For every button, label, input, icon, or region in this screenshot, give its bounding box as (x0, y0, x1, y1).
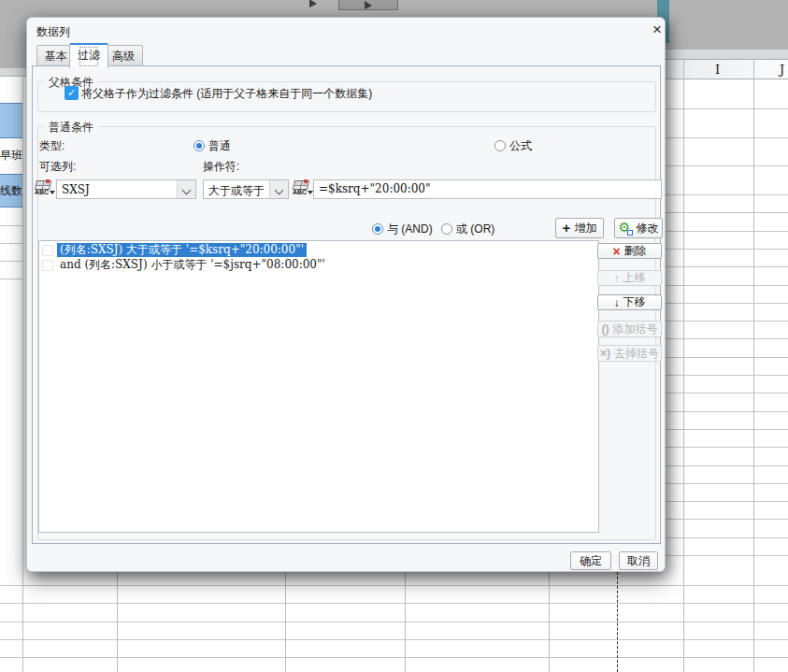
move-down-button[interactable]: ↓ 下移 (597, 294, 662, 310)
operator-select-value: 大于或等于 (208, 183, 265, 199)
toolbar-icon[interactable] (309, 0, 318, 8)
type-label: 类型: (39, 138, 64, 154)
gear-icon: ⚙ (619, 222, 633, 236)
arrow-up-icon: ↑ (614, 272, 620, 285)
dropdown-button[interactable] (269, 180, 288, 198)
modify-condition-button[interactable]: ⚙ 修改 (614, 218, 663, 238)
add-brackets-button[interactable]: () 添加括号 (597, 321, 662, 337)
selected-cell[interactable] (0, 103, 22, 138)
cell-morning-shift[interactable]: 早班 (0, 138, 22, 174)
condition-text: and (列名:SXSJ) 小于或等于 '=$jsrq+"08:00:00"' (57, 258, 328, 272)
check-icon: ✓ (67, 87, 76, 98)
chevron-down-icon (275, 186, 284, 195)
remove-brackets-button[interactable]: ×) 去掉括号 (597, 345, 662, 362)
button-label: 下移 (623, 294, 646, 310)
cancel-button[interactable]: 取消 (619, 551, 658, 570)
column-header-J[interactable]: J (780, 63, 784, 77)
move-up-button[interactable]: ↑ 上移 (597, 270, 662, 286)
filter-tab-page: 父格条件 ✓ 将父格子作为过滤条件 (适用于父子格来自于同一个数据集) 普通条件… (32, 65, 661, 544)
parent-filter-checkbox[interactable]: ✓ (64, 86, 79, 100)
radio-normal-label[interactable]: 普通 (208, 138, 231, 154)
button-label: 删除 (624, 243, 647, 259)
chevron-down-icon (182, 186, 192, 195)
radio-normal[interactable] (193, 140, 205, 151)
delete-x-icon: × (612, 244, 620, 259)
group-title: 普通条件 (44, 120, 98, 136)
column-select-value: SXSJ (62, 183, 90, 196)
tab-filter[interactable]: 过滤 (69, 43, 108, 68)
button-label: 去掉括号 (614, 346, 659, 362)
app-toolbar-left (0, 50, 26, 69)
button-label: 修改 (637, 221, 659, 236)
radio-or-label[interactable]: 或 (OR) (456, 222, 494, 237)
dialog-title: 数据列 (36, 24, 70, 40)
tab-advanced[interactable]: 高级 (104, 45, 143, 66)
tab-label: 过滤 (78, 45, 100, 68)
condition-text: (列名:SXSJ) 大于或等于 '=$ksrq+"20:00:00"' (57, 243, 307, 257)
radio-formula-label[interactable]: 公式 (509, 138, 532, 154)
data-column-dialog: 数据列 × 基本 过滤 高级 父格条件 ✓ 将父格子作为过滤条件 (适用于父子格… (26, 17, 666, 572)
button-label: 添加括号 (613, 322, 658, 337)
value-input[interactable]: =$ksrq+"20:00:00" (313, 179, 662, 199)
remove-brackets-icon: ×) (600, 347, 610, 360)
condition-row[interactable]: (列名:SXSJ) 大于或等于 '=$ksrq+"20:00:00"' (39, 243, 598, 257)
operator-label: 操作符: (203, 159, 239, 175)
selected-cell-line-count[interactable]: 线数 (0, 174, 22, 207)
screen: I J 早班 线数 数据列 × 基本 过滤 高级 父格条件 ✓ 将父格子作为过滤… (0, 0, 788, 672)
plus-icon: + (563, 222, 571, 235)
column-header-I[interactable]: I (715, 63, 720, 77)
button-label: 确定 (580, 553, 602, 569)
add-condition-button[interactable]: + 增加 (555, 218, 604, 238)
button-label: 取消 (627, 553, 650, 569)
button-label: 上移 (623, 270, 646, 286)
run-button[interactable] (338, 0, 398, 10)
radio-or[interactable] (441, 223, 452, 235)
cell-text: 早班 (0, 149, 22, 162)
arrow-down-icon: ↓ (614, 296, 620, 309)
brackets-icon: () (602, 322, 609, 336)
column-select[interactable]: SXSJ (56, 179, 196, 199)
string-value-icon[interactable]: ABC (292, 179, 312, 200)
play-icon (365, 1, 372, 9)
radio-formula[interactable] (494, 140, 506, 151)
dropdown-button[interactable] (177, 180, 195, 198)
condition-checkbox[interactable] (42, 245, 53, 256)
condition-list[interactable]: (列名:SXSJ) 大于或等于 '=$ksrq+"20:00:00"' and … (38, 240, 599, 533)
available-column-label: 可选列: (39, 159, 76, 175)
radio-and[interactable] (372, 223, 383, 235)
button-label: 增加 (574, 221, 596, 236)
condition-row[interactable]: and (列名:SXSJ) 小于或等于 '=$jsrq+"08:00:00"' (39, 258, 598, 272)
close-icon[interactable]: × (648, 21, 666, 39)
condition-checkbox[interactable] (42, 260, 53, 271)
delete-button[interactable]: × 删除 (597, 243, 662, 259)
operator-select[interactable]: 大于或等于 (203, 179, 289, 199)
tab-label: 基本 (45, 50, 67, 63)
radio-and-label[interactable]: 与 (AND) (387, 222, 433, 237)
page-break-line (617, 572, 618, 672)
string-column-icon[interactable]: ABC (34, 179, 54, 200)
tab-label: 高级 (112, 50, 135, 63)
parent-filter-checkbox-label[interactable]: 将父格子作为过滤条件 (适用于父子格来自于同一个数据集) (81, 86, 372, 102)
ok-button[interactable]: 确定 (570, 551, 611, 570)
cell-text: 线数 (0, 184, 22, 197)
